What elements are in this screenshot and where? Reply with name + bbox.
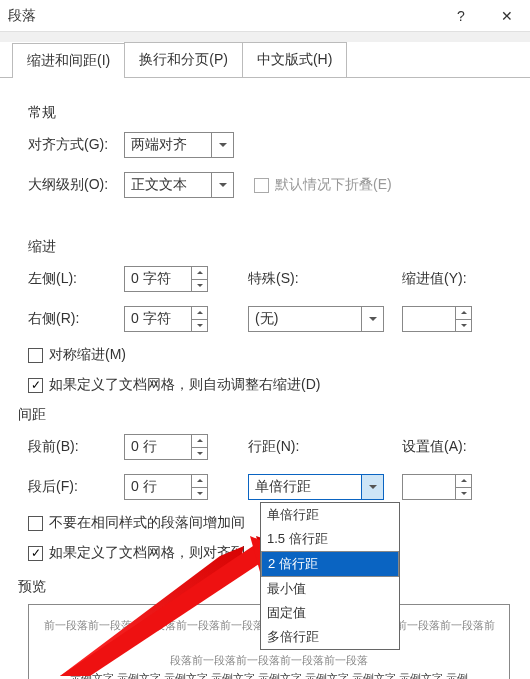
- dialog-title: 段落: [0, 7, 438, 25]
- indent-left-value: 0 字符: [125, 270, 191, 288]
- tab-label: 换行和分页(P): [139, 51, 228, 67]
- line-spacing-option-double[interactable]: 2 倍行距: [261, 551, 399, 577]
- outline-level-value: 正文文本: [125, 176, 211, 194]
- space-after-spinner[interactable]: 0 行: [124, 474, 208, 500]
- tab-label: 中文版式(H): [257, 51, 332, 67]
- section-spacing-label: 间距: [18, 406, 510, 424]
- no-space-same-style-label: 不要在相同样式的段落间增加间: [49, 514, 245, 532]
- spin-up-icon[interactable]: [192, 435, 207, 448]
- spin-up-icon[interactable]: [192, 475, 207, 488]
- collapsed-by-default-checkbox[interactable]: [254, 178, 269, 193]
- titlebar: 段落 ? ✕: [0, 0, 530, 32]
- line-spacing-dropdown-list[interactable]: 单倍行距 1.5 倍行距 2 倍行距 最小值 固定值 多倍行距: [260, 502, 400, 650]
- line-spacing-option-exactly[interactable]: 固定值: [261, 601, 399, 625]
- snap-to-grid-checkbox[interactable]: [28, 546, 43, 561]
- snap-to-grid-label: 如果定义了文档网格，则对齐到: [49, 544, 245, 562]
- spin-down-icon[interactable]: [192, 448, 207, 460]
- line-spacing-value: 单倍行距: [249, 478, 361, 496]
- mirror-indents-checkbox[interactable]: [28, 348, 43, 363]
- spin-down-icon[interactable]: [192, 320, 207, 332]
- special-indent-label: 特殊(S):: [248, 270, 318, 288]
- chevron-down-icon: [361, 475, 383, 499]
- tab-asian-typography[interactable]: 中文版式(H): [242, 42, 347, 77]
- indent-left-spinner[interactable]: 0 字符: [124, 266, 208, 292]
- spin-up-icon[interactable]: [192, 267, 207, 280]
- line-spacing-option-atleast[interactable]: 最小值: [261, 577, 399, 601]
- preview-text-line: 示例文字 示例文字 示例文字 示例文字 示例文字 示例文字 示例文字 示例文字 …: [41, 670, 497, 679]
- section-indent-label: 缩进: [28, 238, 510, 256]
- spin-up-icon[interactable]: [192, 307, 207, 320]
- auto-adjust-right-indent-label: 如果定义了文档网格，则自动调整右缩进(D): [49, 376, 320, 394]
- line-spacing-label: 行距(N):: [248, 438, 318, 456]
- space-before-value: 0 行: [125, 438, 191, 456]
- tab-label: 缩进和间距(I): [27, 52, 110, 68]
- indent-by-label: 缩进值(Y):: [402, 270, 467, 288]
- spin-down-icon[interactable]: [456, 320, 471, 332]
- indent-right-value: 0 字符: [125, 310, 191, 328]
- special-indent-combo[interactable]: (无): [248, 306, 384, 332]
- preview-text-line: 段落前一段落前一段落前一段落前一段落: [41, 652, 497, 670]
- tab-line-page-breaks[interactable]: 换行和分页(P): [124, 42, 243, 77]
- no-space-same-style-checkbox[interactable]: [28, 516, 43, 531]
- spin-up-icon[interactable]: [456, 307, 471, 320]
- space-after-value: 0 行: [125, 478, 191, 496]
- chevron-down-icon: [211, 173, 233, 197]
- tab-bar: 缩进和间距(I) 换行和分页(P) 中文版式(H): [0, 42, 530, 78]
- line-spacing-option-multiple[interactable]: 多倍行距: [261, 625, 399, 649]
- collapsed-by-default-label: 默认情况下折叠(E): [275, 176, 392, 194]
- line-spacing-option-single[interactable]: 单倍行距: [261, 503, 399, 527]
- line-spacing-combo[interactable]: 单倍行距: [248, 474, 384, 500]
- outline-level-combo[interactable]: 正文文本: [124, 172, 234, 198]
- auto-adjust-right-indent-checkbox[interactable]: [28, 378, 43, 393]
- alignment-label: 对齐方式(G):: [28, 136, 124, 154]
- special-indent-value: (无): [249, 310, 361, 328]
- chevron-down-icon: [361, 307, 383, 331]
- alignment-value: 两端对齐: [125, 136, 211, 154]
- mirror-indents-label: 对称缩进(M): [49, 346, 126, 364]
- space-after-label: 段后(F):: [28, 478, 124, 496]
- indent-left-label: 左侧(L):: [28, 270, 124, 288]
- alignment-combo[interactable]: 两端对齐: [124, 132, 234, 158]
- close-icon: ✕: [501, 8, 513, 24]
- space-before-spinner[interactable]: 0 行: [124, 434, 208, 460]
- indent-by-spinner[interactable]: [402, 306, 472, 332]
- help-button[interactable]: ?: [438, 0, 484, 32]
- chevron-down-icon: [211, 133, 233, 157]
- tab-indents-spacing[interactable]: 缩进和间距(I): [12, 43, 125, 78]
- space-before-label: 段前(B):: [28, 438, 124, 456]
- spin-down-icon[interactable]: [192, 280, 207, 292]
- question-mark-icon: ?: [457, 8, 465, 24]
- outline-level-label: 大纲级别(O):: [28, 176, 124, 194]
- spacing-at-spinner[interactable]: [402, 474, 472, 500]
- spin-down-icon[interactable]: [456, 488, 471, 500]
- close-button[interactable]: ✕: [484, 0, 530, 32]
- spacing-at-label: 设置值(A):: [402, 438, 467, 456]
- spin-up-icon[interactable]: [456, 475, 471, 488]
- section-general-label: 常规: [28, 104, 510, 122]
- spin-down-icon[interactable]: [192, 488, 207, 500]
- indent-right-spinner[interactable]: 0 字符: [124, 306, 208, 332]
- indent-right-label: 右侧(R):: [28, 310, 124, 328]
- line-spacing-option-1-5[interactable]: 1.5 倍行距: [261, 527, 399, 551]
